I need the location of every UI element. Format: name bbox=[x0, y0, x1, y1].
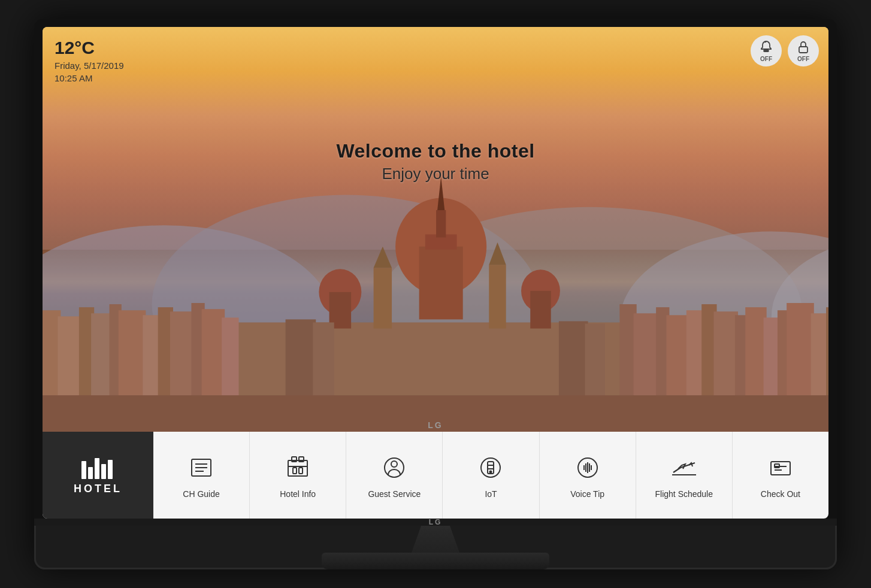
menu-item-check-out[interactable]: Check Out bbox=[733, 432, 828, 519]
welcome-subtitle: Enjoy your time bbox=[336, 165, 534, 183]
svg-point-70 bbox=[481, 458, 500, 477]
menu-bar: HOTEL CH Guid bbox=[43, 432, 828, 519]
maid-icon bbox=[759, 40, 773, 54]
hotel-logo: HOTEL bbox=[43, 432, 153, 519]
voice-tip-icon bbox=[572, 452, 603, 483]
svg-rect-66 bbox=[299, 468, 303, 474]
tv-screen: 12°C Friday, 5/17/2019 10:25 AM Welcome … bbox=[43, 27, 828, 519]
date-display: Friday, 5/17/2019 10:25 AM bbox=[55, 59, 124, 84]
voice-tip-label: Voice Tip bbox=[570, 489, 604, 499]
top-icons-group: OFF OFF bbox=[751, 35, 819, 66]
hero-background: 12°C Friday, 5/17/2019 10:25 AM Welcome … bbox=[43, 27, 828, 432]
menu-item-ch-guide[interactable]: CH Guide bbox=[153, 432, 250, 519]
weather-info: 12°C Friday, 5/17/2019 10:25 AM bbox=[55, 38, 124, 84]
menu-items-container: CH Guide bbox=[153, 432, 828, 519]
flight-schedule-icon bbox=[669, 452, 700, 483]
tv-bottom-edge: LG bbox=[34, 519, 837, 526]
svg-rect-55 bbox=[95, 458, 99, 479]
ch-guide-icon bbox=[186, 452, 217, 483]
check-out-icon bbox=[765, 452, 796, 483]
hotel-label-text: HOTEL bbox=[74, 483, 122, 495]
svg-rect-52 bbox=[799, 47, 808, 53]
svg-rect-62 bbox=[288, 460, 307, 476]
svg-rect-83 bbox=[771, 462, 790, 475]
svg-rect-54 bbox=[88, 467, 93, 479]
brand-text: LG bbox=[429, 518, 443, 526]
temperature-display: 12°C bbox=[55, 38, 124, 58]
svg-rect-53 bbox=[81, 461, 86, 479]
hotel-icon bbox=[80, 455, 116, 479]
iot-icon bbox=[475, 452, 506, 483]
menu-item-voice-tip[interactable]: Voice Tip bbox=[540, 432, 636, 519]
menu-item-iot[interactable]: IoT bbox=[443, 432, 539, 519]
flight-schedule-label: Flight Schedule bbox=[655, 489, 713, 499]
hotel-info-label: Hotel Info bbox=[280, 489, 316, 499]
maid-service-button[interactable]: OFF bbox=[751, 35, 782, 66]
guest-service-label: Guest Service bbox=[368, 489, 421, 499]
dnd-button[interactable]: OFF bbox=[788, 35, 819, 66]
hotel-bar-icon bbox=[80, 455, 116, 479]
svg-rect-65 bbox=[293, 468, 297, 474]
iot-label: IoT bbox=[485, 489, 497, 499]
svg-point-69 bbox=[391, 461, 397, 467]
welcome-title: Welcome to the hotel bbox=[336, 140, 534, 162]
ch-guide-label: CH Guide bbox=[183, 489, 219, 499]
guest-service-icon bbox=[379, 452, 410, 483]
dnd-label: OFF bbox=[797, 56, 809, 62]
tv-bezel: 12°C Friday, 5/17/2019 10:25 AM Welcome … bbox=[34, 19, 837, 519]
maid-label: OFF bbox=[760, 56, 772, 62]
welcome-text: Welcome to the hotel Enjoy your time bbox=[336, 140, 534, 183]
tv-brand-label: LG bbox=[428, 420, 443, 430]
tv-stand-base bbox=[322, 553, 549, 569]
hotel-info-icon bbox=[282, 452, 313, 483]
menu-item-guest-service[interactable]: Guest Service bbox=[346, 432, 443, 519]
tv-display: 12°C Friday, 5/17/2019 10:25 AM Welcome … bbox=[34, 19, 837, 569]
tv-stand-neck bbox=[412, 526, 459, 553]
menu-item-hotel-info[interactable]: Hotel Info bbox=[250, 432, 346, 519]
check-out-label: Check Out bbox=[761, 489, 800, 499]
svg-point-74 bbox=[490, 471, 492, 472]
lock-icon bbox=[796, 40, 810, 54]
svg-rect-57 bbox=[108, 460, 113, 479]
menu-item-flight-schedule[interactable]: Flight Schedule bbox=[636, 432, 733, 519]
svg-rect-51 bbox=[764, 50, 769, 51]
svg-rect-56 bbox=[101, 464, 106, 479]
